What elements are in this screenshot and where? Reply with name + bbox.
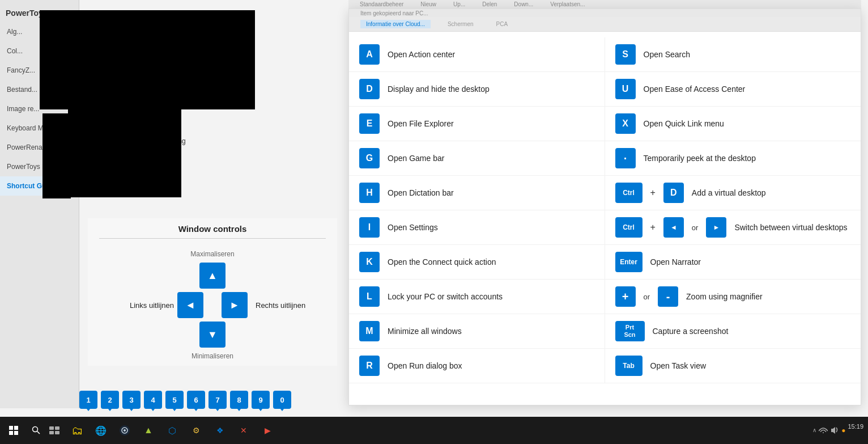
taskbar-icon-explorer[interactable]: 🗂 [66,417,88,444]
taskbar-icon-android[interactable]: ▲ [137,417,160,444]
win-badge-0-arrow [279,407,286,411]
task-view-button[interactable] [45,417,63,444]
key-badge-g: G [359,148,380,168]
key-badge-e: E [359,113,380,134]
taskbar-network-icon[interactable] [819,426,828,434]
win-badge-2-container: 2 [101,391,119,411]
taskbar-time[interactable]: 15:19 [848,422,863,438]
win-badge-5-arrow [171,407,178,411]
shortcut-desc-enter: Open Narrator [650,257,701,267]
window-controls-section: Window controls Maximaliseren ▲ Links ui… [88,218,337,366]
shortcut-desc-x: Open Quick Link menu [644,119,724,128]
shortcut-desc-m: Minimize all windows [388,327,462,336]
shortcut-desc-s: Open Search [644,50,691,59]
win-badge-3-arrow [128,407,135,411]
win-badge-9-container: 9 [252,391,270,411]
svg-line-5 [37,432,40,434]
overlay-top-ghost: Item gekopieerd naar PC... [349,9,861,17]
window-controls-grid: Maximaliseren ▲ Links uitlijnen ◄ ► Rech… [99,250,326,360]
shortcut-item-prtscn: PrtScn Capture a screenshot [605,314,861,349]
overlay-tab-ghost: Informatie over Cloud... Schermen PCA [349,17,861,32]
shortcut-item-comma: · Temporarily peek at the desktop [605,141,861,176]
left-arrow-button[interactable]: ◄ [177,292,203,318]
shortcut-desc-i: Open Settings [388,223,438,232]
key-badge-l: L [359,286,380,307]
key-badge-ctrl: Ctrl [615,183,643,203]
right-arrow-button[interactable]: ► [222,292,248,318]
redacted-box-2 [68,109,181,197]
shortcut-desc-l: Lock your PC or switch accounts [388,292,503,301]
shortcut-item-x: X Open Quick Link menu [605,107,861,141]
key-badge-d: D [359,79,380,99]
redacted-box-1 [40,10,255,109]
shortcut-item-d: D Display and hide the desktop [349,72,605,107]
svg-rect-6 [49,426,54,430]
win-badge-7-container: 7 [209,391,227,411]
taskbar-icon-steam[interactable] [113,417,136,444]
taskbar-volume-icon[interactable] [830,426,839,435]
taskbar-icon-app2[interactable]: ✕ [232,417,255,444]
shortcut-item-m: M Minimize all windows [349,314,605,349]
shortcut-desc-g: Open Game bar [388,154,444,163]
win-badge-1-container: 1 [79,391,97,411]
key-badge-k: K [359,252,380,272]
shortcut-item-ctrl-arrows: Ctrl + ◄ or ► Switch between virtual des… [605,210,861,245]
or-text-2: or [644,293,650,301]
svg-rect-3 [14,431,18,435]
window-controls-title: Window controls [99,224,326,234]
svg-rect-8 [49,431,54,434]
key-badge-m: M [359,321,380,341]
win-badge-3-container: 3 [122,391,141,411]
svg-rect-0 [9,426,13,430]
taskbar-up-arrow[interactable]: ∧ [812,427,816,433]
shortcut-item-u: U Open Ease of Access Center [605,72,861,107]
shortcut-desc-comma: Temporarily peek at the desktop [644,154,756,163]
win-badge-8-container: 8 [230,391,248,411]
shortcut-item-ctrl-d: Ctrl + D Add a virtual desktop [605,176,861,210]
up-arrow-button[interactable]: ▲ [199,263,225,289]
shortcut-desc-k: Open the Connect quick action [388,257,496,267]
win-badge-8-arrow [236,407,242,411]
shortcut-item-tab: Tab Open Task view [605,349,861,383]
shortcut-guide-overlay: Item gekopieerd naar PC... Informatie ov… [348,9,861,405]
taskbar-icon-app3[interactable]: ▶ [256,417,279,444]
shortcut-desc-d: Display and hide the desktop [388,84,490,94]
down-arrow-button[interactable]: ▼ [199,322,225,348]
key-badge-a: A [359,44,380,65]
key-badge-prtscn: PrtScn [615,321,645,341]
shortcut-item-l: L Lock your PC or switch accounts [349,280,605,314]
key-badge-ctrl2: Ctrl [615,217,643,238]
taskbar-icon-app1[interactable]: ❖ [209,417,231,444]
or-text-1: or [692,223,699,232]
taskbar-icon-vscode[interactable]: ⬡ [161,417,184,444]
key-badge-comma: · [615,148,636,168]
win-badge-5-container: 5 [165,391,184,411]
taskbar-icon-edge[interactable]: 🌐 [90,417,112,444]
shortcut-item-magnifier: + or - Zoom using magnifier [605,280,861,314]
key-badge-minus: - [658,286,678,307]
taskbar-notification-icon[interactable]: ● [841,426,845,434]
shortcut-desc-ctrl-arrows: Switch between virtual desktops [734,223,847,232]
win-badge-9-arrow [257,407,264,411]
svg-point-4 [33,427,38,432]
win-badge-2-arrow [107,407,113,411]
shortcut-desc-tab: Open Task view [650,361,707,370]
svg-point-13 [823,432,824,433]
win-badge-7-arrow [214,407,221,411]
taskbar: 🗂 🌐 ▲ ⬡ ⚙ ❖ ✕ ▶ ∧ ● 15:19 [0,417,868,444]
svg-rect-9 [55,431,59,434]
shortcut-desc-ctrl-d: Add a virtual desktop [692,188,766,197]
shortcut-item-g: G Open Game bar [349,141,605,176]
key-badge-i: I [359,217,380,238]
shortcut-item-e: E Open File Explorer [349,107,605,141]
taskbar-icon-powertoys[interactable]: ⚙ [185,417,207,444]
shortcut-item-enter: Enter Open Narrator [605,245,861,280]
key-badge-x: X [615,113,636,134]
win-badge-6-arrow [193,407,199,411]
redacted-box-3 [42,113,71,198]
taskbar-right: ∧ ● 15:19 [812,422,868,438]
start-button[interactable] [0,417,27,444]
key-badge-left-arrow: ◄ [663,217,684,238]
search-button[interactable] [27,421,45,439]
key-badge-enter: Enter [615,252,643,272]
